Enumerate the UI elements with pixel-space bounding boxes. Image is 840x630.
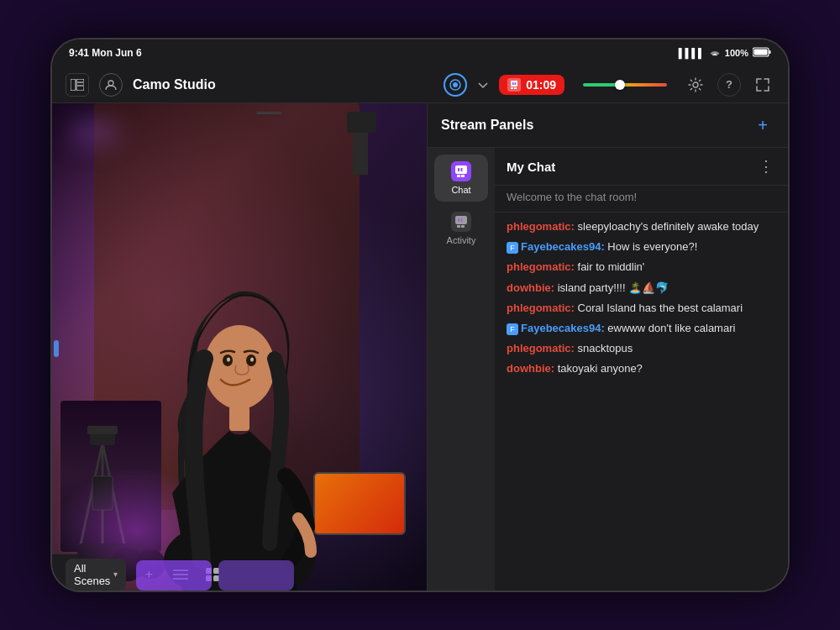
panels-sidebar: Chat Activity (428, 148, 495, 592)
username: Fayebecakes94: (521, 322, 607, 334)
all-scenes-selector[interactable]: All Scenes ▾ (66, 559, 126, 591)
svg-rect-1 (769, 50, 771, 54)
video-feed: All Scenes ▾ + (52, 103, 427, 592)
chat-message: dowhbie: takoyaki anyone? (507, 361, 776, 376)
username: phlegomatic: (507, 342, 578, 354)
svg-rect-20 (87, 426, 118, 434)
scenes-label: All Scenes (74, 562, 110, 587)
stream-panels-header: Stream Panels + (428, 103, 788, 148)
ipad-device: 9:41 Mon Jun 6 ▌▌▌▌ 100% (50, 38, 790, 592)
svg-rect-10 (511, 81, 517, 87)
svg-rect-4 (76, 79, 84, 91)
chat-messages: phlegomatic: sleepyloachy's definitely a… (495, 213, 788, 592)
signal-icon: ▌▌▌▌ (679, 48, 705, 58)
svg-rect-3 (71, 79, 76, 91)
status-icons: ▌▌▌▌ 100% (679, 47, 771, 59)
message-text: fair to middlin' (578, 260, 645, 273)
chat-message: phlegomatic: snacktopus (507, 341, 776, 356)
app-title: Camo Studio (133, 77, 216, 92)
svg-rect-42 (457, 225, 460, 228)
svg-point-27 (250, 358, 254, 362)
panels-content: Chat Activity (428, 148, 788, 592)
status-time: 9:41 Mon Jun 6 (69, 47, 142, 59)
svg-rect-28 (229, 406, 249, 431)
status-bar: 9:41 Mon Jun 6 ▌▌▌▌ 100% (52, 39, 788, 66)
svg-point-23 (204, 325, 275, 409)
svg-rect-43 (461, 225, 465, 228)
expand-button[interactable] (751, 73, 774, 97)
message-text: Coral Island has the best calamari (578, 302, 743, 314)
svg-rect-21 (92, 476, 113, 510)
title-bar: Camo Studio 01:09 (52, 66, 788, 103)
main-area: All Scenes ▾ + (52, 103, 788, 592)
twitch-live-button[interactable]: 01:09 (499, 75, 564, 95)
message-text: sleepyloachy's definitely awake today (578, 220, 759, 233)
message-text: island party!!!! 🏝️⛵🐬 (558, 281, 669, 294)
username: dowhbie: (507, 281, 558, 294)
activity-tab[interactable]: Activity (434, 205, 488, 252)
sidebar-toggle-button[interactable] (66, 73, 89, 97)
username: Fayebecakes94: (521, 240, 607, 253)
chat-message: FFayebecakes94: ewwww don't like calamar… (507, 321, 776, 336)
svg-rect-40 (461, 168, 463, 171)
username: phlegomatic: (507, 302, 578, 314)
svg-rect-38 (461, 175, 465, 177)
activity-tab-label: Activity (447, 235, 476, 245)
add-panel-button[interactable]: + (751, 113, 774, 137)
battery-label: 100% (725, 48, 748, 58)
wifi-icon (709, 48, 721, 59)
account-button[interactable] (99, 73, 123, 97)
record-button[interactable] (444, 73, 467, 97)
username: dowhbie: (507, 362, 558, 375)
stream-panels-title: Stream Panels (441, 118, 751, 133)
chat-message: phlegomatic: fair to middlin' (507, 260, 776, 275)
svg-rect-37 (457, 175, 460, 177)
message-text: takoyaki anyone? (558, 362, 643, 375)
video-background (52, 103, 427, 592)
user-badge: F (507, 323, 518, 335)
svg-point-15 (693, 82, 698, 87)
user-badge: F (507, 242, 518, 254)
chat-header: My Chat ⋮ (495, 148, 788, 186)
message-text: ewwww don't like calamari (607, 322, 735, 334)
chat-message: phlegomatic: sleepyloachy's definitely a… (507, 219, 776, 234)
dropdown-chevron-icon (477, 79, 489, 91)
chat-message: phlegomatic: Coral Island has the best c… (507, 301, 776, 316)
svg-rect-44 (458, 218, 459, 222)
volume-control[interactable] (583, 83, 667, 87)
chat-message: FFayebecakes94: How is everyone?! (507, 239, 776, 255)
svg-rect-13 (512, 82, 514, 85)
svg-point-26 (227, 358, 230, 362)
svg-rect-2 (754, 50, 768, 55)
username: phlegomatic: (507, 220, 578, 233)
chat-panel: My Chat ⋮ Welcome to the chat room! phle… (495, 148, 788, 592)
svg-point-7 (108, 81, 113, 86)
message-text: How is everyone?! (607, 240, 697, 253)
svg-rect-12 (514, 87, 517, 89)
message-text: snacktopus (578, 342, 633, 354)
svg-rect-39 (458, 168, 459, 171)
scenes-bottom-bar: All Scenes ▾ + (52, 554, 79, 592)
svg-rect-45 (461, 218, 463, 222)
svg-rect-11 (511, 87, 513, 89)
settings-button[interactable] (684, 73, 707, 97)
chat-message: dowhbie: island party!!!! 🏝️⛵🐬 (507, 281, 776, 296)
chat-tab-label: Chat (451, 185, 470, 195)
help-button[interactable]: ? (717, 73, 741, 97)
right-panel: Stream Panels + (427, 103, 788, 592)
live-timer: 01:09 (526, 78, 556, 92)
twitch-icon (507, 78, 521, 92)
svg-point-9 (453, 82, 458, 87)
chat-menu-button[interactable]: ⋮ (756, 156, 776, 176)
svg-rect-14 (515, 82, 517, 85)
username: phlegomatic: (507, 260, 578, 273)
battery-icon (753, 47, 771, 59)
chat-welcome: Welcome to the chat room! (495, 186, 788, 213)
chat-tab-icon (451, 161, 471, 181)
chat-title: My Chat (507, 160, 756, 174)
chat-tab[interactable]: Chat (434, 155, 488, 202)
activity-tab-icon (451, 212, 471, 232)
scenes-chevron-icon: ▾ (113, 570, 118, 579)
